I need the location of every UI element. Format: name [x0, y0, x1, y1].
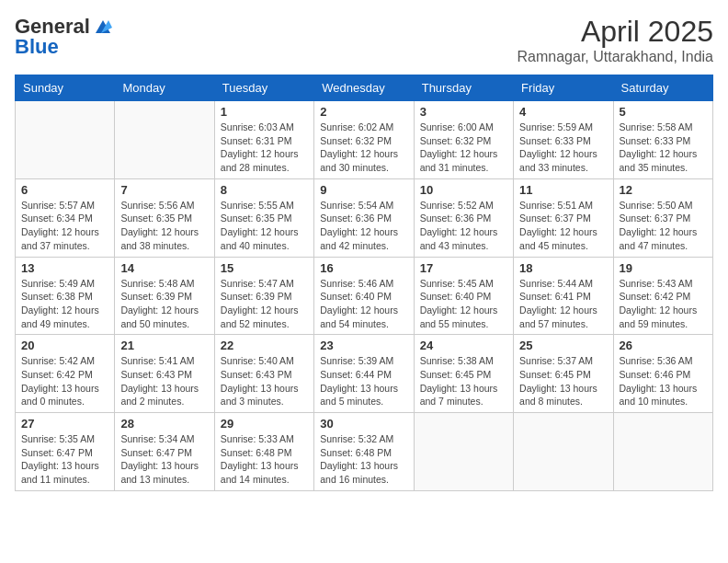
- day-number: 18: [519, 261, 607, 275]
- day-number: 4: [519, 105, 607, 119]
- day-info: Sunrise: 5:49 AM Sunset: 6:38 PM Dayligh…: [21, 277, 108, 331]
- day-number: 16: [320, 261, 407, 275]
- day-number: 9: [320, 183, 407, 197]
- day-header-friday: Friday: [514, 75, 613, 101]
- day-number: 17: [420, 261, 507, 275]
- calendar-cell: 8Sunrise: 5:55 AM Sunset: 6:35 PM Daylig…: [214, 178, 313, 257]
- day-info: Sunrise: 5:33 AM Sunset: 6:48 PM Dayligh…: [221, 432, 308, 487]
- day-number: 3: [420, 105, 507, 119]
- day-number: 27: [21, 417, 108, 431]
- calendar-cell: 1Sunrise: 6:03 AM Sunset: 6:31 PM Daylig…: [214, 101, 313, 179]
- day-info: Sunrise: 5:52 AM Sunset: 6:36 PM Dayligh…: [420, 199, 507, 253]
- calendar-cell: 23Sunrise: 5:39 AM Sunset: 6:44 PM Dayli…: [314, 335, 414, 413]
- header: General Blue April 2025 Ramnagar, Uttara…: [15, 15, 713, 65]
- calendar-cell: 29Sunrise: 5:33 AM Sunset: 6:48 PM Dayli…: [214, 413, 313, 491]
- day-header-tuesday: Tuesday: [214, 75, 313, 101]
- calendar-week-row: 27Sunrise: 5:35 AM Sunset: 6:47 PM Dayli…: [16, 413, 713, 491]
- calendar-cell: 2Sunrise: 6:02 AM Sunset: 6:32 PM Daylig…: [314, 101, 414, 179]
- day-number: 23: [320, 339, 407, 352]
- day-info: Sunrise: 5:35 AM Sunset: 6:47 PM Dayligh…: [21, 432, 108, 487]
- day-info: Sunrise: 5:32 AM Sunset: 6:48 PM Dayligh…: [320, 432, 407, 487]
- calendar-cell: 24Sunrise: 5:38 AM Sunset: 6:45 PM Dayli…: [414, 335, 513, 413]
- day-info: Sunrise: 5:51 AM Sunset: 6:37 PM Dayligh…: [519, 199, 607, 253]
- day-number: 10: [420, 183, 507, 197]
- day-number: 6: [21, 183, 108, 197]
- logo: General Blue: [15, 15, 114, 59]
- day-number: 1: [221, 105, 308, 119]
- calendar-cell: 28Sunrise: 5:34 AM Sunset: 6:47 PM Dayli…: [115, 413, 214, 491]
- calendar-cell: 17Sunrise: 5:45 AM Sunset: 6:40 PM Dayli…: [414, 257, 513, 335]
- day-info: Sunrise: 5:44 AM Sunset: 6:41 PM Dayligh…: [519, 277, 607, 331]
- day-number: 25: [519, 339, 607, 352]
- day-info: Sunrise: 6:03 AM Sunset: 6:31 PM Dayligh…: [221, 121, 308, 175]
- calendar-table: SundayMondayTuesdayWednesdayThursdayFrid…: [15, 75, 713, 491]
- calendar-week-row: 6Sunrise: 5:57 AM Sunset: 6:34 PM Daylig…: [16, 178, 713, 257]
- calendar-cell: [115, 101, 214, 179]
- day-number: 30: [320, 417, 407, 431]
- calendar-week-row: 13Sunrise: 5:49 AM Sunset: 6:38 PM Dayli…: [16, 257, 713, 335]
- day-info: Sunrise: 5:43 AM Sunset: 6:42 PM Dayligh…: [620, 277, 707, 331]
- day-info: Sunrise: 6:02 AM Sunset: 6:32 PM Dayligh…: [320, 121, 407, 175]
- page-subtitle: Ramnagar, Uttarakhand, India: [518, 49, 713, 65]
- calendar-cell: 19Sunrise: 5:43 AM Sunset: 6:42 PM Dayli…: [613, 257, 712, 335]
- calendar-cell: 13Sunrise: 5:49 AM Sunset: 6:38 PM Dayli…: [16, 257, 115, 335]
- day-number: 14: [120, 261, 208, 275]
- logo-blue-text: Blue: [15, 35, 59, 59]
- day-info: Sunrise: 5:40 AM Sunset: 6:43 PM Dayligh…: [221, 354, 308, 408]
- calendar-cell: [613, 413, 712, 491]
- day-info: Sunrise: 5:50 AM Sunset: 6:37 PM Dayligh…: [620, 199, 707, 253]
- calendar-cell: 22Sunrise: 5:40 AM Sunset: 6:43 PM Dayli…: [214, 335, 313, 413]
- day-number: 28: [120, 417, 208, 431]
- day-number: 19: [620, 261, 707, 275]
- page-title: April 2025: [518, 15, 713, 49]
- day-info: Sunrise: 5:54 AM Sunset: 6:36 PM Dayligh…: [320, 199, 407, 253]
- day-info: Sunrise: 5:34 AM Sunset: 6:47 PM Dayligh…: [120, 432, 208, 487]
- day-number: 15: [221, 261, 308, 275]
- calendar-cell: 26Sunrise: 5:36 AM Sunset: 6:46 PM Dayli…: [613, 335, 712, 413]
- calendar-week-row: 20Sunrise: 5:42 AM Sunset: 6:42 PM Dayli…: [16, 335, 713, 413]
- day-number: 5: [620, 105, 707, 119]
- day-info: Sunrise: 5:56 AM Sunset: 6:35 PM Dayligh…: [120, 199, 208, 253]
- day-number: 22: [221, 339, 308, 352]
- calendar-cell: 5Sunrise: 5:58 AM Sunset: 6:33 PM Daylig…: [613, 101, 712, 179]
- day-info: Sunrise: 5:37 AM Sunset: 6:45 PM Dayligh…: [519, 354, 607, 408]
- day-number: 2: [320, 105, 407, 119]
- day-number: 26: [620, 339, 707, 352]
- day-header-thursday: Thursday: [414, 75, 513, 101]
- calendar-cell: 18Sunrise: 5:44 AM Sunset: 6:41 PM Dayli…: [514, 257, 613, 335]
- day-number: 29: [221, 417, 308, 431]
- calendar-cell: 3Sunrise: 6:00 AM Sunset: 6:32 PM Daylig…: [414, 101, 513, 179]
- logo-icon: [92, 17, 114, 37]
- calendar-cell: 20Sunrise: 5:42 AM Sunset: 6:42 PM Dayli…: [16, 335, 115, 413]
- day-info: Sunrise: 5:36 AM Sunset: 6:46 PM Dayligh…: [620, 354, 707, 408]
- day-number: 8: [221, 183, 308, 197]
- day-info: Sunrise: 5:41 AM Sunset: 6:43 PM Dayligh…: [120, 354, 208, 408]
- calendar-cell: [514, 413, 613, 491]
- day-header-sunday: Sunday: [16, 75, 115, 101]
- calendar-cell: 6Sunrise: 5:57 AM Sunset: 6:34 PM Daylig…: [16, 178, 115, 257]
- day-info: Sunrise: 5:58 AM Sunset: 6:33 PM Dayligh…: [620, 121, 707, 175]
- calendar-week-row: 1Sunrise: 6:03 AM Sunset: 6:31 PM Daylig…: [16, 101, 713, 179]
- calendar-cell: 14Sunrise: 5:48 AM Sunset: 6:39 PM Dayli…: [115, 257, 214, 335]
- day-info: Sunrise: 5:39 AM Sunset: 6:44 PM Dayligh…: [320, 354, 407, 408]
- calendar-cell: 27Sunrise: 5:35 AM Sunset: 6:47 PM Dayli…: [16, 413, 115, 491]
- day-info: Sunrise: 5:59 AM Sunset: 6:33 PM Dayligh…: [519, 121, 607, 175]
- calendar-cell: 12Sunrise: 5:50 AM Sunset: 6:37 PM Dayli…: [613, 178, 712, 257]
- day-header-wednesday: Wednesday: [314, 75, 414, 101]
- calendar-cell: 25Sunrise: 5:37 AM Sunset: 6:45 PM Dayli…: [514, 335, 613, 413]
- day-header-saturday: Saturday: [613, 75, 712, 101]
- day-info: Sunrise: 6:00 AM Sunset: 6:32 PM Dayligh…: [420, 121, 507, 175]
- day-number: 11: [519, 183, 607, 197]
- day-info: Sunrise: 5:45 AM Sunset: 6:40 PM Dayligh…: [420, 277, 507, 331]
- day-info: Sunrise: 5:57 AM Sunset: 6:34 PM Dayligh…: [21, 199, 108, 253]
- calendar-cell: 15Sunrise: 5:47 AM Sunset: 6:39 PM Dayli…: [214, 257, 313, 335]
- day-number: 24: [420, 339, 507, 352]
- day-info: Sunrise: 5:46 AM Sunset: 6:40 PM Dayligh…: [320, 277, 407, 331]
- day-info: Sunrise: 5:42 AM Sunset: 6:42 PM Dayligh…: [21, 354, 108, 408]
- calendar-header-row: SundayMondayTuesdayWednesdayThursdayFrid…: [16, 75, 713, 101]
- day-info: Sunrise: 5:48 AM Sunset: 6:39 PM Dayligh…: [120, 277, 208, 331]
- title-area: April 2025 Ramnagar, Uttarakhand, India: [518, 15, 713, 65]
- calendar-cell: 30Sunrise: 5:32 AM Sunset: 6:48 PM Dayli…: [314, 413, 414, 491]
- day-number: 12: [620, 183, 707, 197]
- day-info: Sunrise: 5:55 AM Sunset: 6:35 PM Dayligh…: [221, 199, 308, 253]
